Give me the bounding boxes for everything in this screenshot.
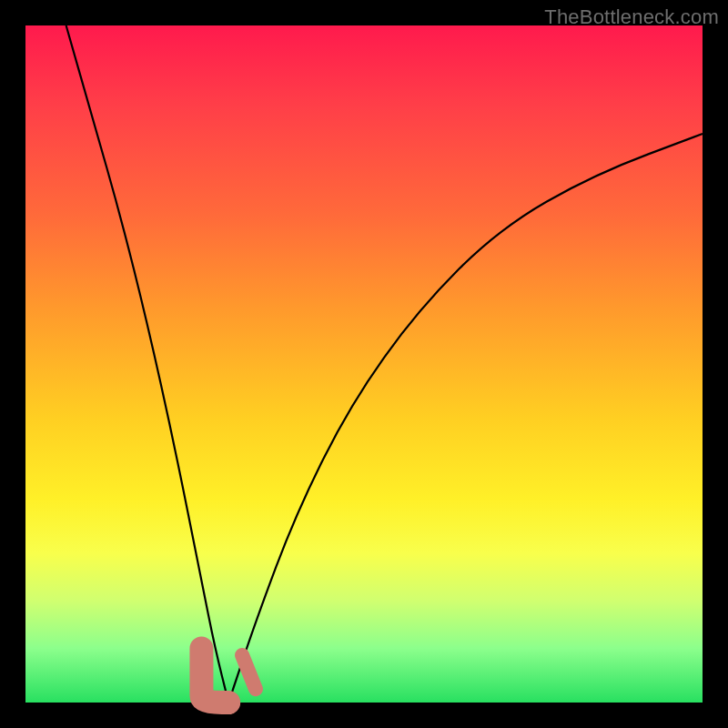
curve-left-descending — [66, 25, 229, 703]
trough-marker-right — [242, 655, 256, 689]
curve-right-ascending — [228, 134, 703, 703]
plot-area — [25, 25, 703, 703]
chart-frame: TheBottleneck.com — [0, 0, 728, 728]
chart-svg — [25, 25, 703, 703]
trough-marker-left — [201, 648, 228, 703]
